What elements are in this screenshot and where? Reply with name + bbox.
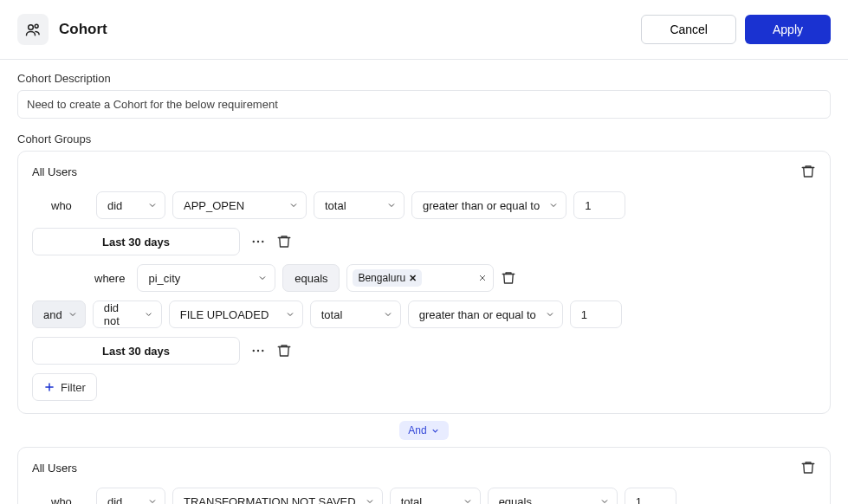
delete-group-button[interactable] xyxy=(800,460,816,475)
chevron-down-icon xyxy=(548,200,559,210)
event-value: FILE UPLOADED xyxy=(180,308,269,321)
more-horizontal-icon xyxy=(250,343,266,359)
chevron-down-icon xyxy=(257,273,268,283)
measure-select[interactable]: total xyxy=(390,488,481,504)
event-value: APP_OPEN xyxy=(184,199,244,212)
delete-group-button[interactable] xyxy=(800,164,816,179)
measure-select[interactable]: total xyxy=(314,191,405,219)
chevron-down-icon xyxy=(147,200,158,210)
measure-select[interactable]: total xyxy=(310,300,401,328)
operator-select[interactable]: equals xyxy=(488,488,618,504)
filter-op-select[interactable]: equals xyxy=(282,264,340,292)
delete-filter-button[interactable] xyxy=(501,270,516,286)
timeframe-value: Last 30 days xyxy=(102,345,170,358)
apply-button[interactable]: Apply xyxy=(745,15,831,44)
chevron-down-icon xyxy=(599,496,610,504)
verb-select[interactable]: did not xyxy=(93,300,162,328)
rule-connector-select[interactable]: and xyxy=(32,300,86,328)
chevron-down-icon xyxy=(383,309,393,320)
chip-label: Bengaluru xyxy=(358,272,405,284)
event-value: TRANSFORMATION NOT SAVED xyxy=(184,495,356,505)
property-value: pi_city xyxy=(148,272,180,285)
chip-remove-button[interactable]: ✕ xyxy=(409,273,417,284)
svg-point-1 xyxy=(35,24,38,28)
cohort-groups-label: Cohort Groups xyxy=(17,132,831,145)
count-input[interactable]: 1 xyxy=(573,191,625,219)
operator-value: equals xyxy=(499,495,532,505)
connector-value: and xyxy=(43,308,62,321)
property-select[interactable]: pi_city xyxy=(137,264,275,292)
count-input[interactable]: 1 xyxy=(625,488,676,504)
group-connector-value: And xyxy=(408,424,426,436)
plus-icon xyxy=(43,381,55,393)
who-label: who xyxy=(51,495,89,505)
count-value: 1 xyxy=(636,495,642,505)
verb-select[interactable]: did xyxy=(96,488,165,504)
trash-icon xyxy=(501,270,516,286)
chevron-down-icon xyxy=(68,309,78,320)
who-label: who xyxy=(51,199,89,212)
more-options-button[interactable] xyxy=(247,234,269,249)
chevron-down-icon xyxy=(545,309,555,320)
operator-value: greater than or equal to xyxy=(419,308,536,321)
chevron-down-icon xyxy=(430,426,440,436)
count-value: 1 xyxy=(581,308,587,321)
filter-chip: Bengaluru ✕ xyxy=(353,269,422,287)
operator-value: greater than or equal to xyxy=(423,199,540,212)
group-connector-select[interactable]: And xyxy=(399,421,448,440)
event-select[interactable]: TRANSFORMATION NOT SAVED xyxy=(172,488,383,504)
clear-input-button[interactable] xyxy=(477,273,488,283)
page-title: Cohort xyxy=(59,21,641,38)
verb-value: did xyxy=(107,495,122,505)
cohort-icon xyxy=(17,14,49,45)
cohort-description-input[interactable] xyxy=(17,90,831,119)
where-label: where xyxy=(94,272,125,285)
operator-select[interactable]: greater than or equal to xyxy=(408,300,563,328)
measure-value: total xyxy=(325,199,346,212)
chevron-down-icon xyxy=(365,496,375,504)
chevron-down-icon xyxy=(386,200,397,210)
close-icon xyxy=(477,273,488,283)
timeframe-select[interactable]: Last 30 days xyxy=(32,337,240,365)
trash-icon xyxy=(276,343,292,359)
chevron-down-icon xyxy=(285,309,295,320)
count-value: 1 xyxy=(585,199,591,212)
chevron-down-icon xyxy=(144,309,153,320)
trash-icon xyxy=(800,164,816,179)
trash-icon xyxy=(800,460,816,475)
svg-point-2 xyxy=(253,241,255,242)
timeframe-value: Last 30 days xyxy=(102,236,170,249)
svg-point-8 xyxy=(257,350,259,352)
add-filter-button[interactable]: Filter xyxy=(32,373,97,401)
cohort-group: All Users who did TRANSFORMATION NOT SAV… xyxy=(17,447,831,504)
filter-value-input[interactable]: Bengaluru ✕ xyxy=(346,264,494,292)
event-select[interactable]: FILE UPLOADED xyxy=(169,300,303,328)
more-horizontal-icon xyxy=(250,234,266,249)
verb-select[interactable]: did xyxy=(96,191,165,219)
cohort-group: All Users who did APP_OPEN total greater… xyxy=(17,151,831,414)
trash-icon xyxy=(276,234,292,249)
group-title: All Users xyxy=(32,462,800,475)
count-input[interactable]: 1 xyxy=(570,300,622,328)
timeframe-select[interactable]: Last 30 days xyxy=(32,228,240,255)
add-filter-label: Filter xyxy=(61,381,86,394)
event-select[interactable]: APP_OPEN xyxy=(172,191,307,219)
delete-rule-button[interactable] xyxy=(276,343,292,359)
svg-point-7 xyxy=(253,350,255,352)
delete-rule-button[interactable] xyxy=(276,234,292,249)
verb-value: did not xyxy=(104,301,136,327)
measure-value: total xyxy=(401,495,423,505)
verb-value: did xyxy=(107,199,122,212)
operator-select[interactable]: greater than or equal to xyxy=(411,191,566,219)
more-options-button[interactable] xyxy=(247,343,269,359)
filter-op-value: equals xyxy=(295,272,327,285)
cancel-button[interactable]: Cancel xyxy=(641,15,736,44)
chevron-down-icon xyxy=(147,496,158,504)
chevron-down-icon xyxy=(288,200,299,210)
chevron-down-icon xyxy=(463,496,473,504)
group-title: All Users xyxy=(32,165,800,178)
cohort-description-label: Cohort Description xyxy=(17,72,831,85)
measure-value: total xyxy=(321,308,343,321)
svg-point-3 xyxy=(257,241,259,242)
svg-point-4 xyxy=(262,241,263,242)
